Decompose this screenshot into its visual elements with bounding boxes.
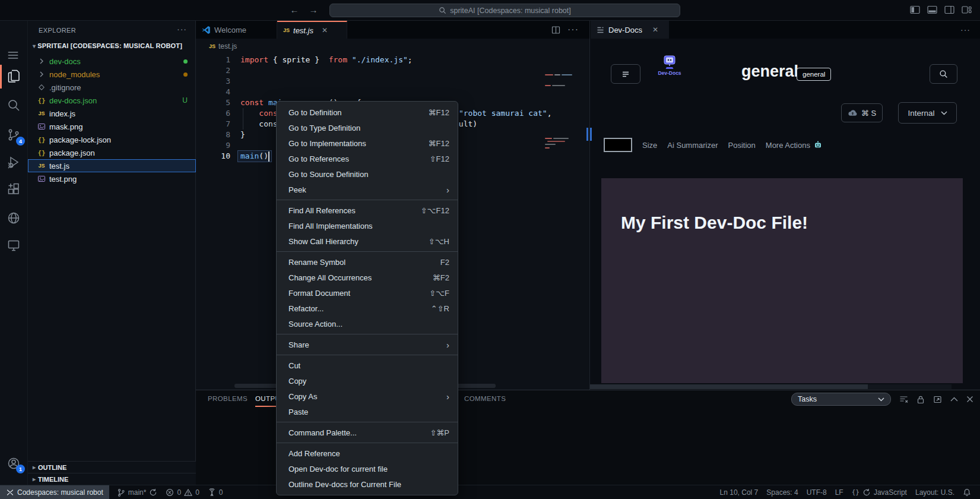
source-control-icon[interactable]: 4 <box>7 128 21 143</box>
output-channel-dropdown[interactable]: Tasks <box>791 393 891 406</box>
overview-ruler-cursor <box>586 128 588 141</box>
forward-arrow-icon[interactable]: → <box>307 5 319 15</box>
menu-item-command-palette[interactable]: Command Palette...⇧⌘P <box>277 425 458 440</box>
close-panel-icon[interactable] <box>966 396 973 403</box>
editor-actions: ··· <box>551 21 579 39</box>
file-row-node_modules[interactable]: node_modules <box>28 68 196 81</box>
language-mode[interactable]: {}JavaScript <box>848 485 911 499</box>
file-row-package-lock.json[interactable]: {}package-lock.json <box>28 133 196 146</box>
doc-content[interactable]: My First Dev-Doc File! <box>601 178 963 383</box>
globe-icon[interactable] <box>7 211 21 226</box>
doc-category-badge: general <box>797 68 831 81</box>
menu-item-go-to-definition[interactable]: Go to Definition⌘F12 <box>277 105 458 120</box>
menu-item-go-to-implementations[interactable]: Go to Implementations⌘F12 <box>277 135 458 151</box>
toolbar-size[interactable]: Size <box>642 141 657 150</box>
split-editor-icon[interactable] <box>551 26 560 34</box>
toggle-secondary-sidebar-icon[interactable] <box>944 5 954 14</box>
menu-item-rename-symbol[interactable]: Rename SymbolF2 <box>277 254 458 270</box>
account-icon[interactable]: 1 <box>7 456 21 471</box>
file-row-package.json[interactable]: {}package.json <box>28 146 196 159</box>
file-row-dev-docs[interactable]: dev-docs <box>28 55 196 68</box>
file-row-mask.png[interactable]: mask.png <box>28 120 196 133</box>
menu-item-source-action[interactable]: Source Action... <box>277 316 458 331</box>
menu-item-label: Share <box>288 340 442 349</box>
run-debug-icon[interactable] <box>7 155 21 170</box>
timeline-section[interactable]: ▸ TIMELINE <box>28 473 196 485</box>
menu-item-find-all-references[interactable]: Find All References⇧⌥F12 <box>277 203 458 218</box>
menu-item-copy[interactable]: Copy <box>277 373 458 389</box>
menu-item-open-dev-doc-for-current-file[interactable]: Open Dev-doc for current file <box>277 461 458 476</box>
tab-dev-docs[interactable]: Dev-Docs ✕ <box>591 21 669 39</box>
file-row-test.png[interactable]: test.png <box>28 172 196 185</box>
menu-item-show-call-hierarchy[interactable]: Show Call Hierarchy⇧⌥H <box>277 233 458 249</box>
toggle-sidebar-icon[interactable] <box>910 5 920 14</box>
remote-explorer-icon[interactable] <box>7 238 21 253</box>
tab-welcome[interactable]: Welcome <box>196 21 277 39</box>
lock-scrolling-icon[interactable] <box>916 395 925 404</box>
outline-section[interactable]: ▸ OUTLINE <box>28 461 196 473</box>
encoding[interactable]: UTF-8 <box>803 485 831 499</box>
explorer-more-actions-icon[interactable]: ··· <box>177 24 187 34</box>
menu-icon[interactable] <box>7 49 21 64</box>
extensions-icon[interactable] <box>7 182 21 197</box>
menu-item-format-document[interactable]: Format Document⇧⌥F <box>277 285 458 301</box>
menu-item-go-to-type-definition[interactable]: Go to Type Definition <box>277 120 458 135</box>
toggle-panel-icon[interactable] <box>927 5 937 14</box>
file-row-test.js[interactable]: JStest.js <box>28 159 196 172</box>
menu-item-go-to-references[interactable]: Go to References⇧F12 <box>277 151 458 166</box>
cursor-position[interactable]: Ln 10, Col 7 <box>716 485 763 499</box>
toolbar-position[interactable]: Position <box>728 141 756 150</box>
error-icon <box>166 488 174 497</box>
file-row-index.js[interactable]: JSindex.js <box>28 107 196 120</box>
more-actions-icon[interactable]: ··· <box>567 24 579 35</box>
save-button[interactable]: ⌘ S <box>841 103 883 122</box>
close-tab-icon[interactable]: ✕ <box>652 26 658 34</box>
back-arrow-icon[interactable]: ← <box>288 5 300 15</box>
file-row-.gitignore[interactable]: .gitignore <box>28 81 196 94</box>
notifications[interactable] <box>959 485 975 499</box>
search-view-icon[interactable] <box>7 98 21 113</box>
panel-tab-comments[interactable]: COMMENTS <box>464 390 506 407</box>
toolbar-ai-summarizer[interactable]: Ai Summarizer <box>667 141 718 150</box>
menu-item-paste[interactable]: Paste <box>277 404 458 419</box>
devdocs-search-button[interactable] <box>930 64 957 84</box>
menu-item-add-reference[interactable]: Add Reference <box>277 446 458 461</box>
open-in-editor-icon[interactable] <box>933 395 942 404</box>
devdocs-menu-button[interactable] <box>611 64 640 84</box>
menu-item-share[interactable]: Share› <box>277 337 458 352</box>
group-more-actions-icon[interactable]: ··· <box>960 25 971 34</box>
tab-test-js[interactable]: JS test.js ✕ <box>277 21 347 39</box>
menu-item-go-to-source-definition[interactable]: Go to Source Definition <box>277 166 458 182</box>
customize-layout-icon[interactable] <box>962 5 972 14</box>
menu-item-change-all-occurrences[interactable]: Change All Occurrences⌘F2 <box>277 270 458 285</box>
line-number: 10 <box>196 151 230 162</box>
ports-status[interactable]: 0 <box>204 485 227 499</box>
eol[interactable]: LF <box>831 485 848 499</box>
clear-output-icon[interactable] <box>899 395 908 404</box>
breadcrumb[interactable]: JS test.js <box>209 40 237 52</box>
menu-item-outline-dev-docs-for-current-file[interactable]: Outline Dev-docs for Current File <box>277 476 458 492</box>
menu-item-refactor[interactable]: Refactor...⌃⇧R <box>277 301 458 316</box>
panel-tab-problems[interactable]: PROBLEMS <box>208 390 248 407</box>
command-center-search[interactable]: spriteAI [Codespaces: musical robot] <box>329 4 680 17</box>
menu-item-peek[interactable]: Peek› <box>277 182 458 197</box>
maximize-panel-icon[interactable] <box>950 397 958 402</box>
branch-status[interactable]: main* <box>113 485 162 499</box>
workspace-section-header[interactable]: ▾ SPRITEAI [CODESPACES: MUSICAL ROBOT] <box>33 42 182 49</box>
visibility-dropdown[interactable]: Internal <box>898 102 957 124</box>
toolbar-more-actions[interactable]: More Actions <box>766 141 822 150</box>
webview-horizontal-scrollbar[interactable] <box>590 384 952 389</box>
menu-item-find-all-implementations[interactable]: Find All Implementations <box>277 218 458 233</box>
remote-indicator[interactable]: Codespaces: musical robot <box>0 485 109 499</box>
menu-item-label: Copy <box>288 377 449 386</box>
menu-item-copy-as[interactable]: Copy As› <box>277 389 458 404</box>
explorer-icon[interactable] <box>7 69 21 84</box>
minimap[interactable] <box>544 53 583 154</box>
file-row-dev-docs.json[interactable]: {}dev-docs.jsonU <box>28 94 196 107</box>
problems-status[interactable]: 00 <box>161 485 203 499</box>
keyboard-layout[interactable]: Layout: U.S. <box>911 485 959 499</box>
color-swatch[interactable] <box>604 138 632 152</box>
indentation[interactable]: Spaces: 4 <box>762 485 802 499</box>
menu-item-cut[interactable]: Cut <box>277 358 458 373</box>
close-tab-icon[interactable]: ✕ <box>322 26 328 34</box>
